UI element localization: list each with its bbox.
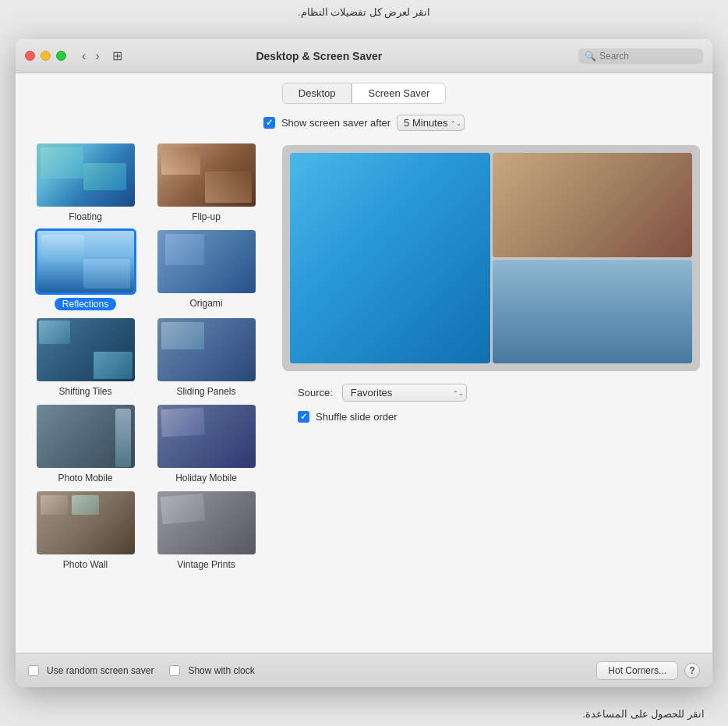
vintage-thumb — [156, 490, 257, 556]
list-item[interactable]: Holiday Mobile — [149, 403, 263, 483]
bottom-bar: Use random screen saver Show with clock … — [16, 653, 712, 687]
preview-inner — [282, 145, 700, 371]
origami-thumb — [156, 228, 257, 295]
tooltip-top: انقر لعرض كل تفضيلات النظام. — [0, 6, 728, 18]
shifting-thumb — [35, 317, 136, 383]
tab-screen-saver[interactable]: Screen Saver — [352, 83, 446, 104]
screen-saver-grid: Floating Flip-up Reflectio — [28, 139, 263, 573]
source-row: Source: Favorites — [282, 371, 700, 408]
sliding-thumb — [156, 317, 257, 383]
shifting-label: Shifting Tiles — [58, 386, 111, 397]
preview-cell-ocean — [290, 153, 490, 363]
titlebar: ‹ › ⊞ Desktop & Screen Saver 🔍 — [16, 39, 712, 73]
floating-label: Floating — [69, 211, 102, 222]
list-item[interactable]: Shifting Tiles — [28, 317, 143, 397]
show-clock-toggle[interactable]: Show with clock — [169, 665, 254, 676]
preview-box — [282, 145, 700, 371]
holiday-thumb — [156, 403, 257, 469]
preview-cell-mountain — [493, 260, 693, 364]
flipup-thumb — [156, 142, 257, 208]
left-panel: Floating Flip-up Reflectio — [28, 139, 270, 653]
photo-mobile-label: Photo Mobile — [58, 473, 112, 483]
photo-wall-thumb — [35, 490, 136, 556]
photo-mobile-thumb — [35, 403, 136, 469]
reflections-label: Reflections — [55, 298, 116, 310]
main-area: Floating Flip-up Reflectio — [16, 139, 712, 653]
tab-desktop[interactable]: Desktop — [282, 83, 352, 104]
floating-thumb — [35, 142, 136, 208]
window-title: Desktop & Screen Saver — [60, 50, 578, 62]
right-panel: Source: Favorites Shuffle slide order — [270, 139, 700, 653]
random-saver-toggle[interactable]: Use random screen saver — [28, 665, 154, 676]
origami-label: Origami — [189, 298, 222, 309]
list-item[interactable]: Reflections — [28, 228, 143, 310]
clock-checkbox[interactable] — [169, 665, 180, 676]
source-label: Source: — [298, 387, 333, 398]
flipup-label: Flip-up — [192, 211, 221, 222]
minutes-select-wrapper: 5 Minutes — [397, 115, 465, 131]
shuffle-label: Shuffle slide order — [316, 411, 398, 423]
random-checkbox[interactable] — [28, 665, 39, 676]
reflections-thumb — [35, 228, 136, 295]
minutes-select[interactable]: 5 Minutes — [397, 115, 465, 131]
content: Desktop Screen Saver Show screen saver a… — [16, 73, 712, 653]
shuffle-row: Shuffle slide order — [282, 408, 700, 423]
search-icon: 🔍 — [585, 51, 596, 62]
sliding-label: Sliding Panels — [176, 386, 235, 397]
holiday-label: Holiday Mobile — [175, 473, 237, 483]
clock-label: Show with clock — [188, 665, 254, 676]
source-select-wrapper: Favorites — [342, 384, 467, 402]
hot-corners-button[interactable]: Hot Corners... — [596, 661, 678, 680]
search-input[interactable] — [599, 51, 701, 62]
vintage-label: Vintage Prints — [177, 559, 235, 570]
tabs-row: Desktop Screen Saver — [16, 73, 712, 110]
list-item[interactable]: Floating — [28, 142, 143, 222]
source-select[interactable]: Favorites — [342, 384, 467, 402]
preview-cell-desert — [493, 153, 693, 257]
list-item[interactable]: Flip-up — [149, 142, 263, 222]
window: ‹ › ⊞ Desktop & Screen Saver 🔍 Desktop S… — [16, 39, 712, 687]
search-container: 🔍 — [578, 48, 703, 64]
list-item[interactable]: Sliding Panels — [149, 317, 263, 397]
help-button[interactable]: ? — [684, 663, 700, 678]
show-after-checkbox[interactable] — [263, 117, 275, 129]
list-item[interactable]: Vintage Prints — [149, 490, 263, 570]
show-after-label: Show screen saver after — [281, 117, 391, 129]
minimize-button[interactable] — [41, 51, 51, 61]
close-button[interactable] — [25, 51, 35, 61]
list-item[interactable]: Photo Wall — [28, 490, 143, 570]
photo-wall-label: Photo Wall — [63, 559, 108, 570]
show-after-row: Show screen saver after 5 Minutes — [16, 110, 712, 139]
shuffle-checkbox[interactable] — [298, 411, 309, 423]
tooltip-bottom: انقر للحصول على المساعدة. — [583, 708, 705, 720]
list-item[interactable]: Origami — [149, 228, 263, 310]
list-item[interactable]: Photo Mobile — [28, 403, 143, 483]
random-label: Use random screen saver — [47, 665, 154, 676]
